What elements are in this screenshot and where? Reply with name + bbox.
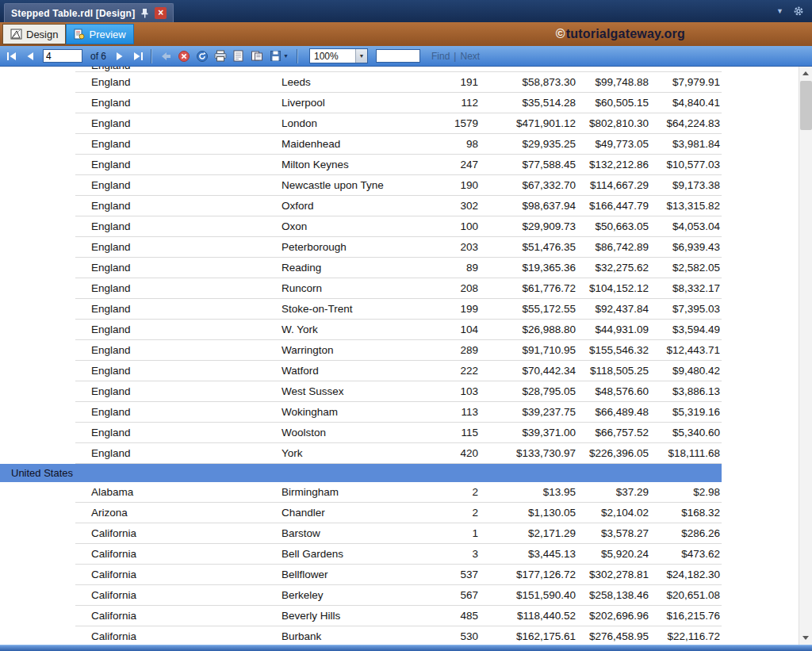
city-cell: Leeds [266, 76, 412, 88]
table-row: CaliforniaBarstow1$2,171.29$3,578.27$286… [75, 523, 722, 544]
amount1-cell: $39,371.00 [480, 427, 577, 438]
print-button[interactable] [212, 48, 228, 64]
table-row: EnglandLiverpool112$35,514.28$60,505.15$… [75, 93, 722, 113]
zoom-chevron-icon: ▼ [355, 49, 367, 63]
stop-button[interactable] [175, 48, 192, 64]
city-cell: Peterborough [266, 241, 412, 253]
amount3-cell: $9,173.38 [650, 179, 722, 191]
amount1-cell: $3,445.13 [480, 548, 577, 560]
refresh-button[interactable] [193, 48, 210, 64]
city-cell: Beverly Hills [266, 610, 412, 622]
pin-icon[interactable] [140, 8, 149, 18]
amount1-cell: $177,126.72 [480, 569, 577, 580]
page-setup-button[interactable] [248, 48, 265, 64]
city-cell: Stoke-on-Trent [266, 303, 412, 315]
amount2-cell: $258,138.46 [577, 589, 650, 601]
amount2-cell: $5,920.24 [577, 548, 650, 560]
state-cell: England [75, 179, 266, 191]
amount1-cell: $2,171.29 [480, 527, 577, 539]
amount1-cell: $1,130.05 [480, 507, 577, 519]
amount3-cell: $286.26 [650, 527, 722, 539]
count-cell: 191 [412, 76, 480, 88]
amount1-cell: $29,909.73 [480, 220, 577, 232]
tab-preview[interactable]: Preview [66, 24, 133, 44]
state-cell: England [75, 282, 266, 294]
count-cell: 289 [412, 344, 480, 356]
table-row: ArizonaChandler2$1,130.05$2,104.02$168.3… [75, 503, 722, 523]
scroll-down-arrow[interactable] [799, 631, 812, 645]
amount3-cell: $7,395.03 [650, 303, 722, 315]
amount1-cell: $19,365.36 [480, 262, 577, 274]
table-row: EnglandWoolston115$39,371.00$66,757.52$5… [75, 423, 722, 443]
city-cell: W. York [266, 324, 412, 335]
count-cell: 420 [412, 447, 480, 459]
table-row: EnglandYork420$133,730.97$226,396.05$18,… [75, 443, 722, 464]
first-page-button[interactable] [3, 48, 20, 64]
count-cell: 530 [412, 630, 480, 642]
vertical-scrollbar[interactable] [799, 67, 812, 645]
state-cell: England [75, 67, 266, 71]
state-cell: England [75, 303, 266, 315]
amount2-cell: $276,458.95 [577, 630, 650, 642]
table-row: EnglandWatford222$70,442.34$118,505.25$9… [75, 361, 722, 381]
count-cell: 2 [412, 486, 480, 498]
state-cell: England [75, 138, 266, 150]
scroll-up-arrow[interactable] [799, 67, 812, 80]
find-link[interactable]: Find [431, 51, 450, 62]
amount3-cell: $5,319.16 [650, 406, 722, 418]
back-to-parent-button[interactable] [157, 48, 174, 64]
table-row: EnglandOxon100$29,909.73$50,663.05$4,053… [75, 216, 722, 237]
city-cell: Reading [266, 262, 412, 274]
amount1-cell: $35,514.28 [480, 97, 577, 109]
tab-bar-actions: ▼ [768, 0, 812, 22]
table-row: EnglandLondon1579$471,901.12$802,810.30$… [75, 113, 722, 134]
find-input[interactable] [376, 49, 420, 63]
city-cell: Birmingham [266, 486, 412, 498]
brand: ©tutorialgateway.org [556, 22, 685, 46]
amount3-cell: $16,215.76 [650, 610, 722, 622]
table-row: EnglandWest Sussex103$28,795.05$48,576.6… [75, 381, 722, 402]
city-cell: Barstow [266, 527, 412, 539]
count-cell: 208 [412, 282, 480, 294]
document-tab-bar: Stepped Table.rdl [Design] × ▼ [0, 0, 812, 22]
state-cell: California [75, 569, 266, 580]
zoom-select[interactable]: 100% ▼ [309, 48, 368, 63]
report-toolbar: of 6 ▼ 100% ▼ [0, 46, 812, 67]
state-cell: England [75, 241, 266, 253]
next-page-button[interactable] [111, 48, 128, 64]
page-number-input[interactable] [43, 49, 82, 63]
gear-icon[interactable] [793, 6, 804, 17]
table-row: EnglandMaidenhead98$29,935.25$49,773.05$… [75, 134, 722, 155]
tab-design[interactable]: Design [2, 24, 66, 44]
zoom-value: 100% [310, 51, 355, 62]
amount2-cell: $118,505.25 [577, 365, 650, 377]
count-cell: 190 [412, 179, 480, 191]
table-row: EnglandPeterborough203$51,476.35$86,742.… [75, 237, 722, 258]
document-tab[interactable]: Stepped Table.rdl [Design] × [4, 3, 174, 22]
state-cell: England [75, 159, 266, 170]
state-cell: England [75, 200, 266, 212]
amount1-cell: $77,588.45 [480, 159, 577, 170]
amount1-cell: $55,172.55 [480, 303, 577, 315]
next-link[interactable]: Next [460, 51, 480, 62]
design-icon [10, 29, 22, 40]
close-icon[interactable]: × [155, 7, 167, 19]
table-row: CaliforniaBeverly Hills485$118,440.52$20… [75, 606, 722, 626]
table-row: EnglandWokingham113$39,237.75$66,489.48$… [75, 402, 722, 423]
table-row: EnglandOxford302$98,637.94$166,447.79$13… [75, 196, 722, 216]
amount3-cell: $18,111.68 [650, 447, 722, 459]
table-row: CaliforniaBell Gardens3$3,445.13$5,920.2… [75, 544, 722, 565]
previous-page-button[interactable] [21, 48, 38, 64]
amount3-cell: $168.32 [650, 507, 722, 519]
city-cell: Newcastle upon Tyne [266, 179, 412, 191]
export-button[interactable]: ▼ [266, 48, 292, 64]
state-cell: England [75, 324, 266, 335]
print-layout-button[interactable] [230, 48, 247, 64]
preview-icon [74, 29, 85, 40]
amount3-cell: $4,053.04 [650, 220, 722, 232]
scrollbar-thumb[interactable] [800, 81, 812, 130]
last-page-button[interactable] [129, 48, 146, 64]
city-cell: York [266, 447, 412, 459]
amount3-cell: $22,116.72 [650, 630, 722, 642]
window-menu-chevron-icon[interactable]: ▼ [776, 7, 783, 15]
